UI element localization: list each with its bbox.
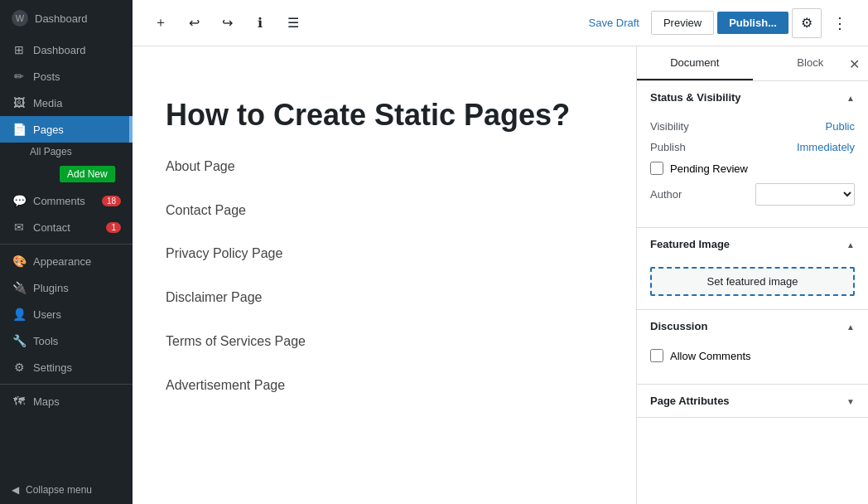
ellipsis-icon: ⋮ [832, 14, 847, 32]
featured-image-section: Featured Image Set featured image [637, 228, 868, 310]
sidebar-item-maps[interactable]: 🗺 Maps [0, 388, 133, 414]
preview-button[interactable]: Preview [651, 11, 714, 35]
sidebar-sub-add-new[interactable]: Add New [0, 161, 133, 187]
paragraph-4[interactable]: Terms of Services Page [166, 330, 603, 354]
sidebar-divider [0, 244, 133, 245]
posts-icon: ✏ [12, 70, 27, 83]
add-new-button[interactable]: Add New [60, 166, 115, 182]
sidebar-brand[interactable]: W Dashboard [0, 0, 133, 36]
sidebar-item-label: Posts [33, 70, 60, 83]
sidebar-item-media[interactable]: 🖼 Media [0, 90, 133, 116]
media-icon: 🖼 [12, 96, 27, 109]
sidebar-item-label: Users [33, 308, 61, 321]
page-attributes-title: Page Attributes [650, 395, 730, 407]
sidebar-item-settings[interactable]: ⚙ Settings [0, 354, 133, 380]
close-icon: ✕ [849, 56, 860, 70]
sidebar-item-label: Settings [33, 361, 72, 374]
users-icon: 👤 [12, 308, 27, 321]
allow-comments-label: Allow Comments [670, 350, 751, 362]
collapse-arrow-icon: ◀ [12, 484, 19, 496]
sidebar-item-posts[interactable]: ✏ Posts [0, 63, 133, 90]
add-block-button[interactable]: ＋ [146, 8, 176, 38]
add-icon: ＋ [154, 14, 167, 32]
comments-badge: 18 [102, 196, 121, 206]
gear-icon: ⚙ [801, 15, 813, 31]
contact-icon: ✉ [12, 220, 27, 234]
status-visibility-chevron [846, 91, 855, 104]
page-title[interactable]: How to Create Static Pages? [166, 96, 603, 135]
status-visibility-header[interactable]: Status & Visibility [637, 81, 868, 114]
sidebar-item-pages[interactable]: 📄 Pages [0, 116, 133, 143]
panel-tabs: Document Block ✕ [637, 46, 868, 81]
redo-icon: ↪ [222, 15, 233, 31]
featured-image-body: Set featured image [637, 260, 868, 309]
sidebar: W Dashboard ⊞ Dashboard ✏ Posts 🖼 Media … [0, 0, 133, 504]
author-label: Author [650, 188, 682, 201]
sidebar-item-comments[interactable]: 💬 Comments 18 [0, 187, 133, 214]
sidebar-item-label: Maps [33, 395, 60, 408]
settings-toggle-button[interactable]: ⚙ [792, 8, 822, 38]
author-row: Author [650, 183, 855, 206]
dashboard-label: Dashboard [35, 12, 88, 25]
more-options-button[interactable]: ⋮ [825, 8, 855, 38]
save-draft-button[interactable]: Save Draft [581, 12, 648, 34]
publish-label: Publish [650, 141, 686, 153]
featured-image-header[interactable]: Featured Image [637, 228, 868, 260]
page-attributes-section: Page Attributes [637, 385, 868, 418]
discussion-header[interactable]: Discussion [637, 310, 868, 342]
set-featured-image-button[interactable]: Set featured image [650, 267, 855, 296]
paragraph-2[interactable]: Privacy Policy Page [166, 242, 603, 266]
paragraph-1[interactable]: Contact Page [166, 199, 603, 223]
undo-icon: ↩ [189, 15, 200, 31]
plugins-icon: 🔌 [12, 281, 27, 294]
sidebar-item-label: Plugins [33, 282, 69, 294]
page-attributes-header[interactable]: Page Attributes [637, 385, 868, 417]
allow-comments-checkbox[interactable] [650, 349, 663, 362]
visibility-row: Visibility Public [650, 120, 855, 133]
all-pages-label: All Pages [30, 146, 72, 158]
panel-close-button[interactable]: ✕ [849, 56, 860, 71]
author-select[interactable] [755, 183, 855, 206]
sidebar-item-dashboard[interactable]: ⊞ Dashboard [0, 36, 133, 63]
sidebar-item-label: Tools [33, 335, 58, 347]
sidebar-sub-all-pages[interactable]: All Pages [0, 143, 133, 161]
editor-content[interactable]: How to Create Static Pages? About Page C… [133, 46, 636, 504]
sidebar-item-label: Dashboard [33, 44, 86, 56]
appearance-icon: 🎨 [12, 254, 27, 268]
collapse-menu-label: Collapse menu [26, 484, 92, 496]
paragraph-5[interactable]: Advertisement Page [166, 374, 603, 398]
discussion-body: Allow Comments [637, 342, 868, 384]
pages-icon: 📄 [12, 123, 27, 136]
status-visibility-title: Status & Visibility [650, 91, 741, 104]
maps-icon: 🗺 [12, 395, 27, 408]
contact-badge: 1 [106, 222, 121, 233]
pending-review-label: Pending Review [670, 162, 748, 175]
info-icon: ℹ [258, 15, 263, 31]
visibility-value[interactable]: Public [826, 120, 855, 133]
sidebar-item-users[interactable]: 👤 Users [0, 301, 133, 327]
undo-button[interactable]: ↩ [179, 8, 209, 38]
tab-document[interactable]: Document [637, 46, 753, 80]
right-panel: Document Block ✕ Status & Visibility Vis… [636, 46, 868, 504]
publish-value[interactable]: Immediately [797, 141, 855, 153]
publish-button[interactable]: Publish... [717, 12, 788, 34]
status-visibility-body: Visibility Public Publish Immediately Pe… [637, 114, 868, 227]
discussion-section: Discussion Allow Comments [637, 310, 868, 385]
dashboard-icon: ⊞ [12, 43, 27, 56]
sidebar-divider-2 [0, 384, 133, 385]
collapse-menu-button[interactable]: ◀ Collapse menu [0, 476, 133, 504]
settings-nav-icon: ⚙ [12, 361, 27, 374]
sidebar-item-plugins[interactable]: 🔌 Plugins [0, 274, 133, 301]
main-area: ＋ ↩ ↪ ℹ ☰ Save Draft Preview Publish... … [133, 0, 868, 504]
list-view-button[interactable]: ☰ [278, 8, 308, 38]
paragraph-0[interactable]: About Page [166, 155, 603, 179]
discussion-title: Discussion [650, 320, 707, 332]
sidebar-item-appearance[interactable]: 🎨 Appearance [0, 248, 133, 274]
info-button[interactable]: ℹ [245, 8, 275, 38]
sidebar-item-contact[interactable]: ✉ Contact 1 [0, 214, 133, 240]
pending-review-checkbox[interactable] [650, 162, 663, 175]
paragraph-3[interactable]: Disclaimer Page [166, 286, 603, 310]
featured-image-chevron [846, 238, 855, 250]
sidebar-item-tools[interactable]: 🔧 Tools [0, 327, 133, 354]
redo-button[interactable]: ↪ [212, 8, 242, 38]
